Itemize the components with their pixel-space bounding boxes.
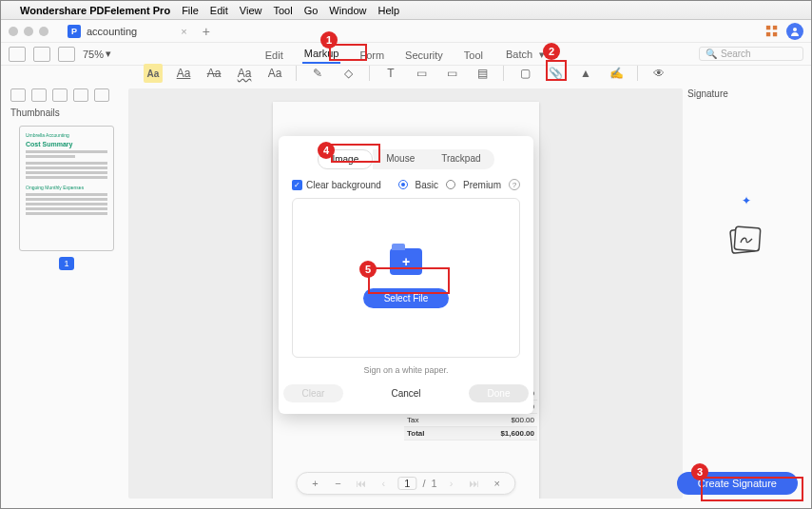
hint-text: Sign on a white paper. (292, 365, 520, 375)
signature-source-tabs: Image Mouse Trackpad (292, 149, 520, 169)
basic-label: Basic (416, 180, 438, 190)
premium-label: Premium (463, 180, 501, 190)
folder-icon: + (390, 248, 422, 275)
tab-trackpad[interactable]: Trackpad (428, 149, 493, 169)
file-drop-area[interactable]: + Select File (292, 198, 520, 358)
select-file-button[interactable]: Select File (363, 288, 450, 308)
clear-background-checkbox[interactable]: ✓ (292, 180, 302, 190)
done-button[interactable]: Done (469, 384, 530, 402)
cancel-button[interactable]: Cancel (372, 384, 439, 402)
tab-mouse[interactable]: Mouse (373, 149, 428, 169)
tab-image[interactable]: Image (318, 149, 373, 169)
basic-radio[interactable] (398, 180, 408, 189)
clear-background-label: Clear background (306, 180, 381, 190)
signature-modal: Image Mouse Trackpad ✓ Clear background … (279, 136, 533, 414)
help-icon[interactable]: ? (509, 179, 520, 190)
clear-button[interactable]: Clear (283, 384, 344, 402)
premium-radio[interactable] (446, 180, 455, 189)
